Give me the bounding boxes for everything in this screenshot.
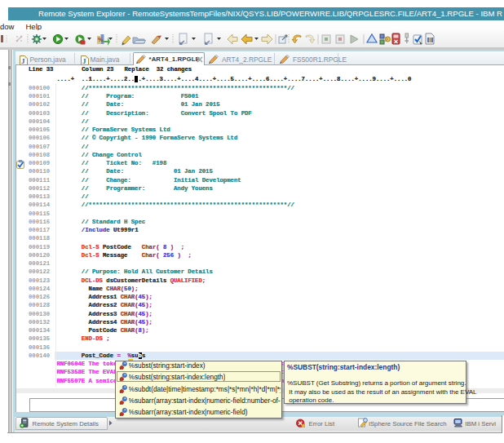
svg-text:J: J xyxy=(21,56,25,64)
svg-text:J: J xyxy=(82,56,86,64)
svg-text:%: % xyxy=(98,37,104,42)
